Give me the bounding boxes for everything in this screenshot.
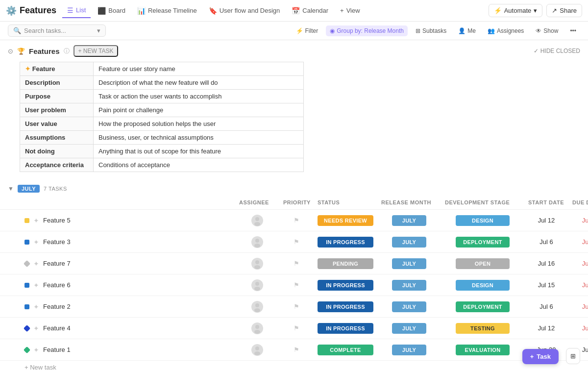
info-value: Pain point or challenge	[94, 103, 304, 117]
assignee-avatar	[251, 301, 263, 313]
task-status[interactable]: PENDING	[314, 254, 377, 273]
assignees-button[interactable]: 👥 Assignees	[484, 25, 528, 36]
svg-point-4	[255, 260, 259, 264]
info-row: Acceptance criteriaConditions of accepta…	[20, 158, 304, 172]
task-fab-label: Task	[537, 353, 551, 360]
task-row[interactable]: ✦ Feature 2 ⚑ IN PROGRESS JULY DEPLOYMEN…	[0, 296, 588, 318]
task-star-icon: ✦	[33, 303, 39, 311]
info-table: FeatureFeature or user story nameDescrip…	[20, 62, 304, 172]
new-task-button[interactable]: + NEW TASK	[74, 45, 119, 57]
info-value: Conditions of acceptance	[94, 158, 304, 172]
release-badge: JULY	[392, 215, 426, 226]
task-status[interactable]: COMPLETE	[314, 341, 377, 359]
me-button[interactable]: 👤 Me	[454, 25, 480, 36]
task-color-indicator	[24, 240, 29, 245]
priority-flag-icon: ⚑	[294, 303, 299, 310]
task-row[interactable]: ✦ Feature 4 ⚑ IN PROGRESS JULY TESTING J…	[0, 318, 588, 339]
assignees-icon: 👥	[488, 27, 495, 34]
col-name	[0, 198, 235, 207]
search-placeholder: Search tasks...	[24, 27, 66, 34]
info-label: User value	[20, 117, 94, 131]
info-row: AssumptionsBusiness, user, or technical …	[20, 131, 304, 145]
subtasks-icon: ⊞	[416, 27, 420, 34]
info-row: User valueHow the proposed solution help…	[20, 117, 304, 131]
toolbar: 🔍 Search tasks... ▾ ⚡ Filter ◉ Group by:…	[0, 22, 588, 40]
due-date-value: Jul 20	[582, 303, 588, 310]
status-badge: IN PROGRESS	[318, 323, 373, 334]
task-status[interactable]: IN PROGRESS	[314, 276, 377, 295]
show-button[interactable]: 👁 Show	[532, 25, 562, 36]
july-new-task[interactable]: + New task	[0, 361, 588, 372]
release-badge: JULY	[392, 345, 426, 355]
task-name-cell: ✦ Feature 4	[0, 321, 235, 336]
task-dev-stage: TESTING	[441, 319, 524, 338]
task-status[interactable]: IN PROGRESS	[314, 233, 377, 251]
july-group-header: ▼ JULY 7 TASKS	[0, 182, 588, 196]
task-fab[interactable]: + Task	[522, 349, 559, 364]
tab-list[interactable]: ☰ List	[62, 3, 91, 18]
tab-board[interactable]: ⬛ Board	[93, 4, 130, 18]
task-color-indicator	[24, 283, 29, 288]
task-start-date: Jul 12	[524, 213, 568, 228]
task-priority: ⚑	[279, 299, 314, 314]
filter-button[interactable]: ⚡ Filter	[292, 25, 322, 36]
subtasks-button[interactable]: ⊞ Subtasks	[412, 25, 450, 36]
task-fab-plus: +	[530, 353, 534, 360]
group-by-button[interactable]: ◉ Group by: Release Month	[326, 25, 408, 36]
task-priority: ⚑	[279, 277, 314, 293]
status-badge: COMPLETE	[318, 345, 373, 355]
info-row: PurposeTask or action the user wants to …	[20, 90, 304, 103]
dev-stage-badge: TESTING	[456, 323, 510, 334]
task-row[interactable]: ✦ Feature 3 ⚑ IN PROGRESS JULY DEPLOYMEN…	[0, 231, 588, 253]
july-toggle[interactable]: ▼	[8, 185, 14, 192]
info-value: Business, user, or technical assumptions	[94, 131, 304, 145]
automate-button[interactable]: ⚡ Automate ▾	[489, 4, 543, 17]
info-label: User problem	[20, 103, 94, 117]
hide-closed-label: ✓ HIDE CLOSED	[534, 48, 580, 54]
task-due-date: Jul 31	[568, 256, 588, 271]
grid-view-button[interactable]: ⊞	[566, 348, 580, 364]
task-assignee	[235, 275, 279, 295]
status-badge: PENDING	[318, 258, 373, 269]
tab-calendar[interactable]: 📅 Calendar	[287, 4, 333, 18]
tab-user-flow[interactable]: 🔖 User flow and Design	[204, 4, 285, 18]
groupby-icon: ◉	[330, 27, 335, 34]
svg-point-2	[255, 239, 259, 243]
share-button[interactable]: ↗ Share	[546, 4, 582, 17]
assignee-avatar	[251, 322, 263, 334]
task-row[interactable]: ✦ Feature 5 ⚑ NEEDS REVIEW JULY DESIGN J…	[0, 210, 588, 231]
task-status[interactable]: NEEDS REVIEW	[314, 211, 377, 230]
task-release: JULY	[377, 211, 441, 230]
july-tasks: ✦ Feature 5 ⚑ NEEDS REVIEW JULY DESIGN J…	[0, 210, 588, 361]
task-row[interactable]: ✦ Feature 1 ⚑ COMPLETE JULY EVALUATION J…	[0, 339, 588, 361]
task-star-icon: ✦	[33, 281, 39, 289]
task-status[interactable]: IN PROGRESS	[314, 298, 377, 316]
task-due-date: Jul 20	[568, 299, 588, 314]
tab-view-add[interactable]: + View	[335, 4, 365, 17]
task-status[interactable]: IN PROGRESS	[314, 319, 377, 338]
check-icon: ⊙	[8, 48, 13, 55]
status-badge: IN PROGRESS	[318, 237, 373, 248]
top-nav: ⚙️ Features ☰ List ⬛ Board 📊 Release Tim…	[0, 0, 588, 22]
hide-closed-button[interactable]: ✓ HIDE CLOSED	[534, 48, 580, 54]
filter-label: Filter	[305, 27, 318, 34]
tab-release-timeline[interactable]: 📊 Release Timeline	[132, 4, 202, 18]
task-color-indicator	[24, 304, 29, 309]
status-badge: NEEDS REVIEW	[318, 215, 373, 226]
task-name: Feature 1	[43, 346, 71, 353]
task-dev-stage: DEPLOYMENT	[441, 298, 524, 316]
new-task-label: + NEW TASK	[78, 48, 114, 54]
task-priority: ⚑	[279, 321, 314, 336]
info-icon: ⓘ	[64, 47, 70, 55]
col-priority: PRIORITY	[279, 198, 314, 207]
task-row[interactable]: ✦ Feature 7 ⚑ PENDING JULY OPEN Jul 16 J…	[0, 253, 588, 274]
task-row[interactable]: ✦ Feature 6 ⚑ IN PROGRESS JULY DESIGN Ju…	[0, 274, 588, 296]
task-release: JULY	[377, 233, 441, 251]
more-options-button[interactable]: •••	[566, 25, 580, 36]
start-date-value: Jul 12	[538, 217, 555, 224]
due-date-value: Jul 30	[582, 281, 588, 289]
info-row: FeatureFeature or user story name	[20, 62, 304, 76]
task-assignee	[235, 319, 279, 338]
plus-icon: +	[340, 7, 344, 14]
search-box[interactable]: 🔍 Search tasks... ▾	[8, 25, 106, 37]
